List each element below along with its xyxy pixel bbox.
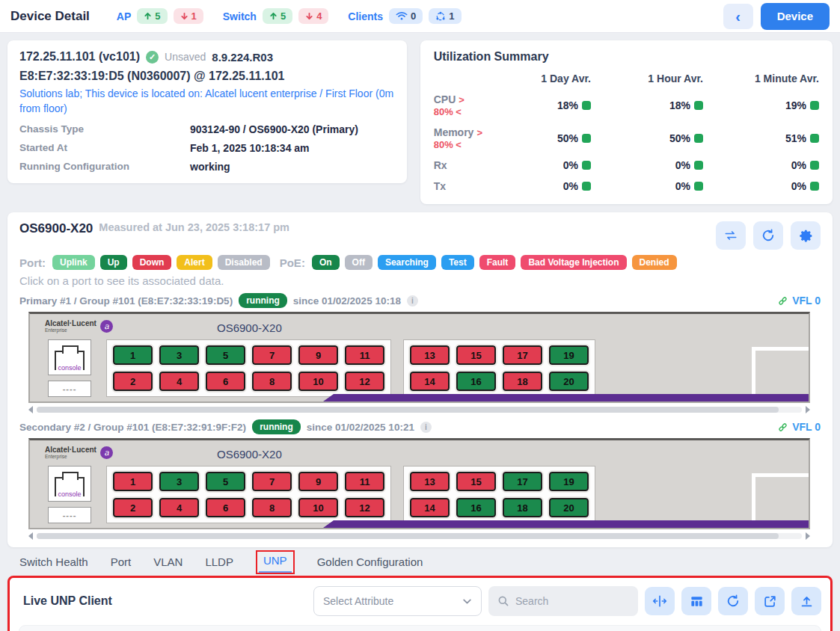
tab-unp[interactable]: UNP bbox=[256, 550, 295, 574]
status-square-icon bbox=[582, 101, 591, 110]
scroll-thumb[interactable] bbox=[37, 533, 779, 539]
export-button[interactable] bbox=[791, 587, 821, 615]
port-2[interactable]: 2 bbox=[113, 372, 153, 391]
ports-card: OS6900-X20 Measured at Jun 23, 2025 3:18… bbox=[7, 212, 833, 547]
port-4[interactable]: 4 bbox=[159, 372, 199, 391]
vfl-link[interactable]: VFL 0 bbox=[777, 421, 821, 433]
open-external-button[interactable] bbox=[755, 587, 785, 615]
port-12[interactable]: 12 bbox=[345, 498, 384, 517]
tab-port[interactable]: Port bbox=[111, 555, 132, 573]
port-20[interactable]: 20 bbox=[549, 498, 589, 517]
scroll-right-arrow[interactable] bbox=[806, 406, 810, 413]
port-legend: Port: UplinkUpDownAlertDisabled PoE: OnO… bbox=[19, 255, 821, 270]
settings-button[interactable] bbox=[791, 221, 821, 250]
port-16[interactable]: 16 bbox=[456, 372, 496, 391]
port-row-top: 1357911 bbox=[113, 345, 384, 365]
port-14[interactable]: 14 bbox=[410, 498, 450, 517]
usb-port[interactable]: ---- bbox=[48, 381, 91, 397]
device-button[interactable]: Device bbox=[761, 3, 830, 30]
port-10[interactable]: 10 bbox=[298, 498, 338, 517]
fit-columns-button[interactable] bbox=[645, 587, 675, 615]
swap-view-button[interactable] bbox=[716, 221, 746, 250]
port-2[interactable]: 2 bbox=[113, 498, 153, 517]
chassis-image-1[interactable]: Alcatel·LucentEnterpriseaOS6900-X20conso… bbox=[28, 438, 810, 529]
port-13[interactable]: 13 bbox=[410, 345, 450, 365]
port-6[interactable]: 6 bbox=[206, 372, 245, 391]
tab-golden-configuration[interactable]: Golden Configuration bbox=[317, 555, 423, 573]
status-square-icon bbox=[810, 182, 819, 191]
util-percent: 19% bbox=[785, 99, 806, 111]
firmware-version: 8.9.224.R03 bbox=[212, 51, 273, 64]
collapse-panel-button[interactable]: ‹ bbox=[723, 4, 753, 29]
port-15[interactable]: 15 bbox=[456, 345, 496, 365]
port-7[interactable]: 7 bbox=[252, 345, 292, 365]
field-value-0: 903124-90 / OS6900-X20 (Primary) bbox=[190, 123, 395, 135]
switch-down-badge[interactable]: 4 bbox=[298, 8, 328, 24]
since-label: since 01/02/2025 10:21 bbox=[307, 422, 414, 433]
ap-down-badge[interactable]: 1 bbox=[174, 8, 203, 24]
status-square-icon bbox=[810, 134, 819, 143]
port-8[interactable]: 8 bbox=[252, 372, 292, 391]
attribute-select[interactable]: Select Attribute bbox=[313, 586, 482, 616]
scroll-right-arrow[interactable] bbox=[806, 532, 810, 540]
scroll-track[interactable] bbox=[37, 407, 802, 413]
gear-icon bbox=[798, 228, 814, 244]
port-11[interactable]: 11 bbox=[345, 472, 384, 491]
port-3[interactable]: 3 bbox=[159, 472, 199, 491]
port-4[interactable]: 4 bbox=[159, 498, 199, 517]
port-13[interactable]: 13 bbox=[410, 472, 450, 491]
chassis-scrollbar-1 bbox=[28, 532, 810, 540]
chassis-image-0[interactable]: Alcatel·LucentEnterpriseaOS6900-X20conso… bbox=[28, 312, 810, 403]
port-17[interactable]: 17 bbox=[503, 345, 542, 365]
clients-wired-badge[interactable]: 1 bbox=[429, 8, 461, 24]
port-9[interactable]: 9 bbox=[298, 472, 338, 491]
port-18[interactable]: 18 bbox=[503, 498, 542, 517]
port-12[interactable]: 12 bbox=[345, 372, 384, 391]
port-6[interactable]: 6 bbox=[206, 498, 245, 517]
columns-button[interactable] bbox=[681, 587, 711, 615]
port-14[interactable]: 14 bbox=[410, 372, 450, 391]
field-label-2: Running Configuration bbox=[19, 161, 190, 173]
port-15[interactable]: 15 bbox=[456, 472, 496, 491]
switch-up-badge[interactable]: 5 bbox=[263, 8, 292, 24]
port-9[interactable]: 9 bbox=[298, 345, 338, 365]
port-19[interactable]: 19 bbox=[549, 345, 589, 365]
port-18[interactable]: 18 bbox=[503, 372, 542, 391]
port-5[interactable]: 5 bbox=[206, 345, 245, 365]
port-1[interactable]: 1 bbox=[113, 345, 153, 365]
port-3[interactable]: 3 bbox=[159, 345, 199, 365]
ap-up-badge[interactable]: 5 bbox=[137, 8, 167, 24]
port-10[interactable]: 10 bbox=[298, 372, 338, 391]
scroll-track[interactable] bbox=[37, 533, 802, 539]
arrow-down-icon bbox=[180, 12, 188, 20]
port-19[interactable]: 19 bbox=[549, 472, 589, 491]
console-port[interactable]: console bbox=[48, 339, 91, 375]
refresh-table-button[interactable] bbox=[718, 587, 748, 615]
tab-label: UNP bbox=[263, 554, 287, 567]
scroll-thumb[interactable] bbox=[37, 407, 779, 413]
port-8[interactable]: 8 bbox=[252, 498, 292, 517]
info-icon[interactable]: i bbox=[420, 422, 432, 433]
refresh-button[interactable] bbox=[753, 221, 783, 250]
console-port[interactable]: console bbox=[48, 466, 91, 502]
info-icon[interactable]: i bbox=[407, 295, 418, 307]
port-20[interactable]: 20 bbox=[549, 372, 589, 391]
tab-vlan[interactable]: VLAN bbox=[153, 555, 183, 573]
usb-port[interactable]: ---- bbox=[48, 507, 91, 523]
port-17[interactable]: 17 bbox=[503, 472, 542, 491]
port-1[interactable]: 1 bbox=[113, 472, 153, 491]
scroll-left-arrow[interactable] bbox=[28, 532, 33, 540]
device-location-link[interactable]: Solutions lab; This device is located on… bbox=[19, 86, 395, 117]
port-11[interactable]: 11 bbox=[345, 345, 384, 365]
vfl-link[interactable]: VFL 0 bbox=[777, 295, 821, 307]
port-16[interactable]: 16 bbox=[456, 498, 496, 517]
tab-lldp[interactable]: LLDP bbox=[205, 555, 233, 573]
clients-wireless-badge[interactable]: 0 bbox=[389, 8, 423, 24]
scroll-left-arrow[interactable] bbox=[28, 406, 33, 413]
tab-switch-health[interactable]: Switch Health bbox=[19, 555, 88, 573]
util-metric: Memory bbox=[434, 126, 474, 138]
search-input[interactable] bbox=[515, 595, 613, 607]
port-7[interactable]: 7 bbox=[252, 472, 292, 491]
port-5[interactable]: 5 bbox=[206, 472, 245, 491]
search-box[interactable] bbox=[488, 586, 638, 616]
